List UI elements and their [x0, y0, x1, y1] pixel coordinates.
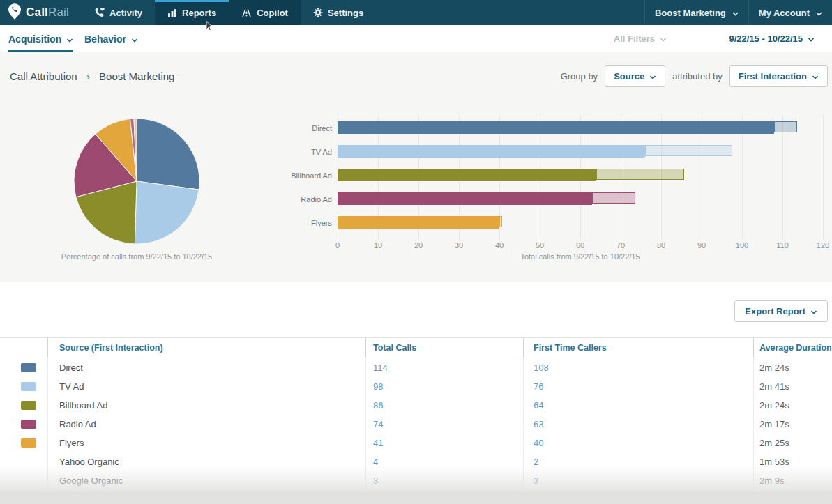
col-header-first-time-callers[interactable]: First Time Callers: [523, 338, 753, 358]
average-duration-cell: 2m 24s: [753, 358, 832, 377]
breadcrumb-current: Boost Marketing: [99, 70, 174, 82]
tab-behavior[interactable]: Behavior: [84, 25, 138, 52]
nav-item-label: Reports: [182, 8, 216, 18]
bar-segment-first-time: [338, 145, 645, 158]
table-row: Google Organic332m 9s: [0, 471, 832, 490]
pie-slice-tv-ad[interactable]: [135, 181, 199, 244]
table-row: Yahoo Organic421m 53s: [0, 452, 832, 471]
first-time-callers-link[interactable]: 64: [523, 396, 753, 415]
x-axis-tick: 0: [335, 241, 340, 250]
bar-category-label: Billboard Ad: [269, 171, 332, 180]
average-duration-cell: 2m 17s: [753, 415, 832, 434]
chevron-down-icon: [812, 71, 819, 82]
breadcrumb: Call Attribution › Boost Marketing: [10, 70, 174, 82]
total-calls-link[interactable]: 41: [365, 434, 523, 452]
bar-chart: 0102030405060708090100110120DirectTV AdB…: [338, 115, 823, 239]
table-header-row: Source (First Interaction) Total Calls F…: [0, 337, 832, 358]
total-calls-link[interactable]: 114: [365, 358, 523, 377]
source-cell: Flyers: [47, 434, 365, 452]
group-by-value: Source: [614, 71, 644, 82]
bar-radio-ad[interactable]: [338, 192, 635, 205]
swatch-cell: [0, 382, 47, 391]
average-duration-cell: 2m 25s: [753, 434, 832, 452]
bar-category-label: Direct: [269, 124, 332, 132]
report-subnav: Acquisition Behavior All Filters 9/22/15…: [0, 25, 832, 52]
source-color-swatch: [21, 382, 36, 391]
callrail-logo[interactable]: CallRail: [0, 0, 82, 25]
group-by-toolbar: Group by Source attributed by First Inte…: [561, 65, 828, 87]
bar-segment-first-time: [338, 192, 592, 205]
col-header-total-calls[interactable]: Total Calls: [365, 338, 523, 358]
account-menu[interactable]: My Account: [748, 0, 832, 25]
first-time-callers-link[interactable]: 3: [523, 471, 753, 490]
table-row: Billboard Ad86642m 24s: [0, 396, 832, 415]
brand-text: CallRail: [26, 6, 69, 20]
nav-item-activity[interactable]: Activity: [82, 0, 155, 25]
x-axis-tick: 120: [817, 241, 829, 250]
bar-direct[interactable]: [338, 121, 797, 134]
nav-item-copilot[interactable]: Copilot: [229, 0, 301, 25]
chevron-down-icon: [131, 33, 138, 45]
bar-billboard-ad[interactable]: [338, 169, 684, 181]
export-report-label: Export Report: [745, 306, 805, 316]
table-row: Radio Ad74632m 17s: [0, 415, 832, 434]
x-axis-tick: 30: [455, 241, 463, 250]
all-filters-dropdown[interactable]: All Filters: [614, 25, 667, 52]
attributed-by-dropdown[interactable]: First Interaction: [729, 65, 828, 87]
map-pin-phone-icon: [8, 3, 21, 22]
footer-strip: [0, 491, 832, 504]
nav-item-label: Activity: [109, 8, 142, 18]
x-axis-tick: 110: [776, 241, 789, 250]
attributed-by-label: attributed by: [672, 71, 723, 82]
bar-segment-remainder: [645, 145, 733, 156]
bar-segment-first-time: [338, 121, 774, 134]
bar-segment-remainder: [774, 121, 797, 132]
average-duration-cell: 1m 53s: [753, 452, 832, 471]
total-calls-link[interactable]: 86: [365, 396, 523, 415]
bar-flyers[interactable]: [338, 216, 502, 229]
swatch-cell: [0, 401, 47, 410]
navbar-spacer: [376, 0, 644, 25]
company-menu[interactable]: Boost Marketing: [644, 0, 748, 25]
first-time-callers-link[interactable]: 63: [523, 415, 753, 434]
pie-slice-direct[interactable]: [137, 119, 199, 190]
swatch-cell: [0, 420, 47, 429]
mouse-cursor: [206, 21, 214, 35]
col-header-source[interactable]: Source (First Interaction): [47, 338, 365, 358]
x-axis-tick: 100: [736, 241, 748, 250]
breadcrumb-parent[interactable]: Call Attribution: [10, 70, 77, 82]
average-duration-cell: 2m 9s: [753, 471, 832, 490]
first-time-callers-link[interactable]: 40: [523, 434, 753, 452]
first-time-callers-link[interactable]: 2: [523, 452, 753, 471]
group-by-label: Group by: [561, 71, 598, 82]
source-color-swatch: [21, 363, 36, 372]
first-time-callers-link[interactable]: 108: [523, 358, 753, 377]
phone-bubble-icon: [94, 8, 105, 17]
bar-segment-first-time: [338, 169, 596, 181]
date-range-label: 9/22/15 - 10/22/15: [729, 33, 803, 44]
source-color-swatch: [21, 420, 36, 429]
bar-tv-ad[interactable]: [338, 145, 732, 158]
first-time-callers-link[interactable]: 76: [523, 377, 753, 396]
export-report-button[interactable]: Export Report: [734, 300, 828, 322]
bar-segment-remainder: [592, 192, 635, 204]
source-cell: Yahoo Organic: [47, 452, 365, 471]
total-calls-link[interactable]: 74: [365, 415, 523, 434]
table-body: Direct1141082m 24sTV Ad98762m 41sBillboa…: [0, 358, 832, 490]
nav-item-reports[interactable]: Reports: [155, 0, 229, 25]
all-filters-label: All Filters: [614, 33, 655, 44]
total-calls-link[interactable]: 4: [365, 452, 523, 471]
company-menu-label: Boost Marketing: [655, 8, 726, 18]
nav-item-label: Copilot: [257, 8, 288, 18]
tab-acquisition[interactable]: Acquisition: [8, 25, 73, 52]
group-by-dropdown[interactable]: Source: [605, 65, 665, 87]
table-row: Direct1141082m 24s: [0, 358, 832, 377]
nav-item-settings[interactable]: Settings: [301, 0, 376, 25]
total-calls-link[interactable]: 3: [365, 471, 523, 490]
chevron-down-icon: [66, 33, 73, 45]
source-cell: Radio Ad: [47, 415, 365, 434]
table-row: Flyers41402m 25s: [0, 434, 832, 452]
date-range-picker[interactable]: 9/22/15 - 10/22/15: [729, 25, 815, 52]
total-calls-link[interactable]: 98: [365, 377, 523, 396]
col-header-average-duration[interactable]: Average Duration: [753, 338, 832, 358]
